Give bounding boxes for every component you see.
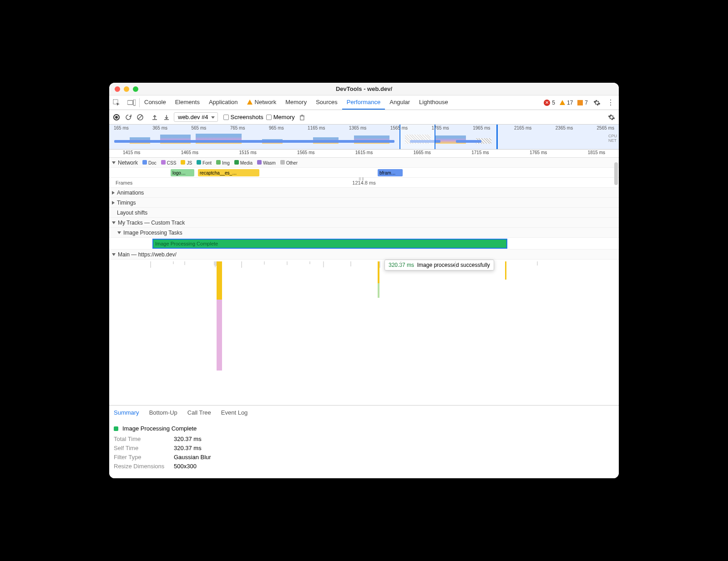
error-badge[interactable]: ✕ 5	[544, 100, 555, 106]
task-bar[interactable]	[350, 261, 351, 266]
animations-track-header[interactable]: Animations	[109, 188, 619, 198]
tab-elements[interactable]: Elements	[171, 95, 204, 110]
tab-label: Sources	[316, 99, 338, 105]
task-bar[interactable]	[264, 261, 265, 265]
network-request[interactable]: recaptcha__es_…	[198, 169, 259, 176]
task-bar[interactable]	[150, 261, 151, 268]
tab-application[interactable]: Application	[204, 95, 243, 110]
custom-track-header[interactable]: My Tracks — Custom Track	[109, 218, 619, 228]
details-tab-call-tree[interactable]: Call Tree	[187, 409, 211, 416]
task-bar[interactable]	[537, 261, 538, 265]
flame-stack[interactable]	[378, 261, 379, 298]
tab-label: Performance	[347, 99, 380, 105]
legend-swatch	[234, 160, 239, 165]
settings-button[interactable]	[592, 98, 602, 107]
details-tabbar: SummaryBottom-UpCall TreeEvent Log	[109, 405, 619, 420]
overview-tick: 1365 ms	[349, 125, 366, 130]
frames-row[interactable]: Frames || || 1214.8 ms	[109, 178, 619, 188]
task-bar[interactable]	[309, 261, 310, 264]
summary-swatch	[114, 426, 118, 431]
network-request[interactable]: bfram…	[378, 169, 403, 176]
tab-performance[interactable]: Performance	[342, 95, 385, 110]
titlebar: DevTools - web.dev/	[109, 83, 619, 95]
task-bar[interactable]	[455, 261, 456, 268]
task-bar[interactable]	[379, 261, 380, 268]
details-tab-summary[interactable]: Summary	[114, 409, 139, 416]
task-bar[interactable]	[184, 261, 185, 265]
image-processing-task-row: Image Processing Complete	[109, 238, 619, 250]
reload-record-button[interactable]	[124, 113, 133, 122]
layout-shifts-header[interactable]: Layout shifts	[109, 208, 619, 218]
more-menu-button[interactable]: ⋮	[606, 98, 615, 107]
timings-track-header[interactable]: Timings	[109, 198, 619, 208]
clear-button[interactable]	[136, 113, 145, 122]
svg-line-4	[138, 115, 142, 119]
tab-lighthouse[interactable]: Lighthouse	[415, 95, 453, 110]
overview-cpu	[109, 134, 619, 144]
ruler-tick: 1815 ms	[588, 150, 605, 157]
flag-icon	[577, 100, 583, 105]
image-processing-track-header[interactable]: Image Processing Tasks	[109, 228, 619, 238]
timeline-ruler[interactable]: 1415 ms1465 ms1515 ms1565 ms1615 ms1665 …	[109, 150, 619, 158]
recording-select[interactable]: web.dev #4	[174, 112, 218, 122]
tab-memory[interactable]: Memory	[281, 95, 311, 110]
task-bar[interactable]	[241, 261, 242, 268]
task-bar[interactable]	[400, 261, 401, 265]
tab-label: Memory	[285, 99, 307, 105]
task-bar[interactable]	[287, 261, 288, 265]
ruler-tick: 1465 ms	[181, 150, 198, 157]
image-processing-complete-bar[interactable]: Image Processing Complete	[152, 239, 507, 249]
scrollbar[interactable]	[614, 162, 618, 185]
tab-angular[interactable]: Angular	[385, 95, 415, 110]
overview-tick: 1165 ms	[308, 125, 325, 130]
image-processing-bar-label: Image Processing Complete	[155, 241, 218, 246]
ruler-tick: 1565 ms	[297, 150, 314, 157]
issues-badge[interactable]: 7	[577, 100, 588, 106]
screenshots-label: Screenshots	[231, 114, 263, 120]
task-bar[interactable]	[173, 261, 174, 264]
inspect-element-button[interactable]	[109, 95, 124, 110]
task-bar[interactable]	[323, 261, 324, 267]
ruler-tick: 1665 ms	[414, 150, 431, 157]
panel-tabs: ConsoleElementsApplicationNetworkMemoryS…	[140, 95, 453, 110]
legend-swatch	[197, 160, 201, 165]
chevron-down-icon	[117, 231, 121, 234]
network-request[interactable]: logo…	[171, 169, 194, 176]
tab-console[interactable]: Console	[140, 95, 171, 110]
details-tab-bottom-up[interactable]: Bottom-Up	[149, 409, 177, 416]
flame-stack[interactable]	[218, 261, 222, 371]
window-title: DevTools - web.dev/	[109, 85, 619, 92]
upload-button[interactable]	[150, 113, 159, 122]
timeline-overview[interactable]: 165 ms365 ms565 ms765 ms965 ms1165 ms136…	[109, 125, 619, 150]
capture-settings-button[interactable]	[607, 113, 616, 122]
download-button[interactable]	[162, 113, 171, 122]
device-toolbar-button[interactable]	[124, 95, 139, 110]
legend-item: Img	[216, 160, 230, 165]
gc-button[interactable]	[298, 113, 307, 122]
ruler-tick: 1715 ms	[471, 150, 489, 157]
summary-title: Image Processing Complete	[122, 425, 197, 432]
tab-sources[interactable]: Sources	[311, 95, 342, 110]
tab-network[interactable]: Network	[243, 95, 281, 110]
tab-label: Lighthouse	[419, 99, 448, 105]
overview-tick: 2365 ms	[556, 125, 573, 130]
chevron-down-icon	[112, 161, 116, 164]
recording-select-label: web.dev #4	[178, 114, 208, 120]
warning-count: 17	[567, 100, 573, 106]
details-tab-event-log[interactable]: Event Log	[221, 409, 248, 416]
main-thread-flamegraph[interactable]: 320.37 ms Image processed successfully	[109, 260, 619, 378]
screenshots-checkbox[interactable]: Screenshots	[223, 114, 263, 120]
tab-label: Network	[255, 99, 277, 105]
network-lane[interactable]: logo…recaptcha__es_…bfram…	[109, 168, 619, 178]
record-button[interactable]	[112, 113, 121, 122]
main-thread-header[interactable]: Main — https://web.dev/	[109, 250, 619, 260]
memory-checkbox[interactable]: Memory	[266, 114, 295, 120]
warning-badge[interactable]: 17	[560, 100, 573, 106]
legend-swatch	[142, 160, 147, 165]
network-track-header[interactable]: Network DocCSSJSFontImgMediaWasmOther	[109, 158, 619, 168]
overview-tick: 2565 ms	[597, 125, 614, 130]
overview-tick: 1765 ms	[431, 125, 449, 130]
flame-stack[interactable]	[505, 261, 506, 280]
main-thread-label: Main — https://web.dev/	[118, 251, 177, 258]
tab-label: Application	[209, 99, 238, 105]
